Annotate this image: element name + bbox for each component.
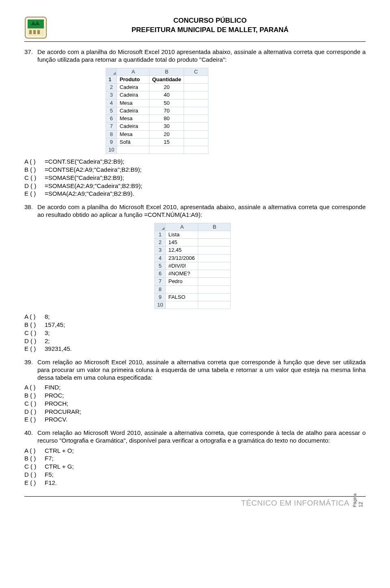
option-40-d[interactable]: D ( )F5; [24, 471, 366, 479]
question-number: 39. [24, 359, 34, 381]
municipality-logo [24, 16, 47, 39]
option-37-d[interactable]: D ( )=SOMASE(A2:A9;"Cadeira";B2:B9); [24, 182, 366, 190]
footer-divider [24, 496, 366, 497]
options-37: A ( )=CONT.SE("Cadeira";B2:B9); B ( )=CO… [24, 158, 366, 198]
options-38: A ( )8; B ( )157,45; C ( )3; D ( )2; E (… [24, 313, 366, 353]
option-38-a[interactable]: A ( )8; [24, 313, 366, 321]
option-37-c[interactable]: C ( )=SOMASE("Cadeira";B2:B9); [24, 174, 366, 182]
options-40: A ( )CTRL + O; B ( )F7; C ( )CTRL + G; D… [24, 447, 366, 487]
header-line-2: PREFEITURA MUNICIPAL DE MALLET, PARANÁ [54, 26, 366, 34]
option-40-a[interactable]: A ( )CTRL + O; [24, 447, 366, 455]
question-40: 40. Com relação ao Microsoft Word 2010, … [24, 429, 366, 486]
option-38-e[interactable]: E ( )39231,45. [24, 345, 366, 353]
option-38-b[interactable]: B ( )157,45; [24, 321, 366, 329]
excel-screenshot-38: AB1Lista2145312,45423/12/20065#DIV/0!6#N… [154, 223, 366, 309]
question-number: 37. [24, 48, 34, 64]
page-footer: TÉCNICO EM INFORMÁTICA Página 12 [24, 496, 366, 508]
option-40-e[interactable]: E ( )F12. [24, 479, 366, 487]
question-number: 38. [24, 203, 34, 219]
option-37-e[interactable]: E ( )=SOMA(A2:A9;"Cadeira";B2:B9). [24, 190, 366, 198]
question-number: 40. [24, 429, 34, 445]
option-38-c[interactable]: C ( )3; [24, 329, 366, 337]
question-37: 37. De acordo com a planilha do Microsof… [24, 48, 366, 198]
question-text: De acordo com a planilha do Microsoft Ex… [37, 203, 366, 219]
excel-screenshot-37: ABC1ProdutoQuantidade2Cadeira203Cadeira4… [106, 68, 366, 154]
option-40-b[interactable]: B ( )F7; [24, 455, 366, 463]
question-text: De acordo com a planilha do Microsoft Ex… [37, 48, 366, 64]
option-39-c[interactable]: C ( )PROCH; [24, 400, 366, 408]
question-39: 39. Com relação ao Microsoft Excel 2010,… [24, 359, 366, 424]
option-37-a[interactable]: A ( )=CONT.SE("Cadeira";B2:B9); [24, 158, 366, 166]
footer-role: TÉCNICO EM INFORMÁTICA [24, 498, 366, 508]
options-39: A ( )FIND; B ( )PROC; C ( )PROCH; D ( )P… [24, 384, 366, 424]
header-line-1: CONCURSO PÚBLICO [54, 16, 366, 25]
question-38: 38. De acordo com a planilha do Microsof… [24, 203, 366, 353]
page-number: Página 12 [352, 493, 364, 507]
option-40-c[interactable]: C ( )CTRL + G; [24, 463, 366, 471]
svg-rect-4 [33, 30, 36, 34]
option-37-b[interactable]: B ( )=CONTSE(A2:A9;"Cadeira";B2:B9); [24, 166, 366, 174]
header-title-block: CONCURSO PÚBLICO PREFEITURA MUNICIPAL DE… [54, 16, 366, 35]
question-text: Com relação ao Microsoft Word 2010, assi… [37, 429, 366, 445]
header-divider [24, 41, 366, 42]
svg-rect-5 [37, 30, 40, 34]
option-39-e[interactable]: E ( )PROCV. [24, 416, 366, 424]
question-text: Com relação ao Microsoft Excel 2010, ass… [37, 359, 366, 381]
option-39-b[interactable]: B ( )PROC; [24, 392, 366, 400]
page-header: CONCURSO PÚBLICO PREFEITURA MUNICIPAL DE… [24, 16, 366, 39]
option-39-d[interactable]: D ( )PROCURAR; [24, 408, 366, 416]
svg-rect-3 [29, 30, 32, 34]
option-38-d[interactable]: D ( )2; [24, 337, 366, 345]
option-39-a[interactable]: A ( )FIND; [24, 384, 366, 391]
